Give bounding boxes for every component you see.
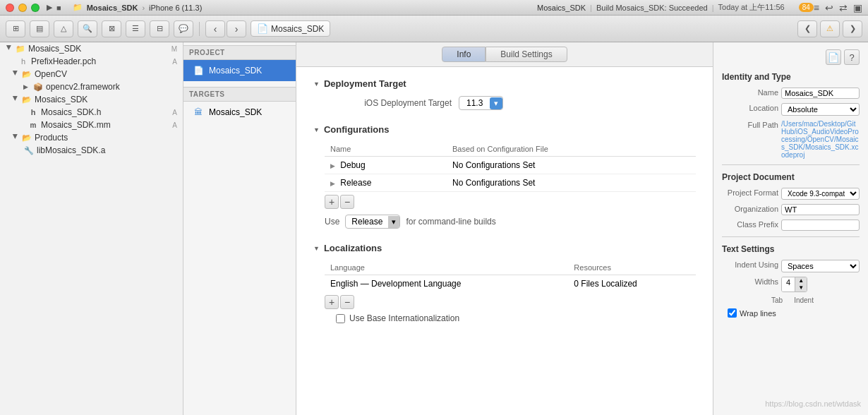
warning-badge[interactable]: 84: [799, 3, 814, 12]
tab-increment-button[interactable]: ▲: [795, 277, 807, 284]
tab-width-value: 4: [782, 277, 795, 291]
tree-item-prefix[interactable]: h PrefixHeader.pch A: [0, 55, 183, 68]
tab-stepper[interactable]: 4 ▲ ▼: [781, 277, 807, 292]
add-loc-button[interactable]: +: [325, 295, 339, 309]
tree-label-opencv: OpenCV: [35, 69, 177, 79]
use-config-dropdown-icon[interactable]: ▾: [388, 216, 399, 228]
search-toolbar-button[interactable]: 🔍: [78, 20, 97, 37]
folder-icon-opencv: 📂: [21, 69, 32, 79]
table-row[interactable]: English — Development Language 0 Files L…: [325, 275, 696, 293]
tree-root-item[interactable]: ▶ 📁 Mosaics_SDK M: [0, 42, 183, 55]
divider-1: [722, 164, 860, 165]
layout-icon[interactable]: ≡: [814, 2, 819, 13]
project-item[interactable]: 📄 Mosaics_SDK: [183, 60, 296, 81]
target-app-icon: 🏛: [192, 106, 205, 119]
table-row[interactable]: ▶ Release No Configurations Set: [325, 174, 696, 192]
panel-icon[interactable]: ▣: [853, 2, 862, 13]
project-section-header: PROJECT: [183, 45, 296, 60]
comment-button[interactable]: 💬: [174, 20, 193, 37]
grid-view-button[interactable]: ⊞: [6, 20, 25, 37]
indent-using-select[interactable]: Spaces: [781, 260, 860, 272]
tree-badge-prefix: A: [172, 58, 177, 66]
project-format-select[interactable]: Xcode 9.3-compatible: [781, 188, 860, 200]
remove-loc-button[interactable]: −: [340, 295, 354, 309]
tab-decrement-button[interactable]: ▼: [795, 284, 807, 291]
tree-item-sdk-folder[interactable]: ▶ 📂 Mosaics_SDK: [0, 93, 183, 106]
configurations-table: Name Based on Configuration File ▶ Debug…: [325, 142, 696, 192]
release-config-value: No Configurations Set: [447, 174, 696, 192]
file-inspector-button[interactable]: 📄: [826, 49, 841, 65]
class-prefix-input[interactable]: [781, 219, 860, 231]
target-item-label: Mosaics_SDK: [209, 107, 262, 117]
settings-content: ▼ Deployment Target iOS Deployment Targe…: [296, 67, 713, 415]
tree-label-lib: libMosaics_SDK.a: [37, 145, 177, 155]
tab-build-settings[interactable]: Build Settings: [486, 47, 567, 62]
right-panel-icons: 📄 ?: [722, 49, 860, 65]
folder-icon-sdk: 📂: [21, 95, 32, 104]
use-config-select[interactable]: Release ▾: [345, 215, 400, 229]
use-for-label: for command-line builds: [406, 217, 495, 227]
back-forward-icon[interactable]: ↩: [825, 2, 833, 13]
nav-left-button[interactable]: ❮: [797, 20, 817, 37]
fullscreen-button[interactable]: [31, 4, 40, 12]
tree-item-products[interactable]: ▶ 📂 Products: [0, 131, 183, 144]
organization-input[interactable]: [781, 204, 860, 215]
target-item[interactable]: 🏛 Mosaics_SDK: [183, 102, 296, 123]
localizations-section: ▼ Localizations Language Resources Engli…: [313, 243, 696, 323]
ios-version-dropdown-icon[interactable]: ▾: [490, 97, 502, 109]
location-select[interactable]: Absolute: [781, 103, 860, 116]
issue-button[interactable]: △: [54, 20, 73, 37]
use-label: Use: [325, 217, 339, 227]
name-column-header: Name: [325, 142, 447, 157]
mm-file-icon: m: [28, 120, 39, 130]
name-input[interactable]: [781, 88, 860, 99]
hierarchy-button[interactable]: ⊟: [150, 20, 169, 37]
name-label: Name: [722, 88, 778, 97]
add-config-button[interactable]: +: [325, 195, 339, 209]
build-status-label: Build Mosaics_SDK: Succeeded: [596, 4, 708, 12]
bookmark-button[interactable]: ⊠: [102, 20, 121, 37]
minimize-button[interactable]: [18, 4, 27, 12]
editor-button[interactable]: ▤: [30, 20, 49, 37]
remove-config-button[interactable]: −: [340, 195, 354, 209]
configurations-arrow-icon: ▼: [313, 126, 320, 133]
wrap-lines-checkbox[interactable]: [728, 308, 737, 318]
tree-item-framework[interactable]: ▶ 📦 opencv2.framework: [0, 80, 183, 93]
h-file-icon-sdk: h: [28, 107, 39, 117]
tree-item-opencv[interactable]: ▶ 📂 OpenCV: [0, 68, 183, 80]
row-arrow-icon: ▶: [330, 162, 335, 169]
tree-label-sdk-mm: Mosaics_SDK.mm: [41, 120, 170, 130]
project-target-panel: PROJECT 📄 Mosaics_SDK TARGETS 🏛 Mosaics_…: [183, 42, 296, 415]
tree-item-sdk-h[interactable]: h Mosaics_SDK.h A: [0, 106, 183, 119]
table-row[interactable]: ▶ Debug No Configurations Set: [325, 157, 696, 174]
nav-right-button[interactable]: ❯: [843, 20, 862, 37]
lib-file-icon: 🔧: [23, 145, 35, 155]
expand-icon[interactable]: ⇄: [839, 2, 848, 13]
list-button[interactable]: ☰: [126, 20, 145, 37]
back-button[interactable]: ‹: [205, 20, 225, 37]
localizations-arrow-icon: ▼: [313, 245, 320, 252]
ios-version-select[interactable]: 11.3 ▾: [459, 96, 503, 110]
right-utility-panel: 📄 ? Identity and Type Name Location Abso…: [713, 42, 868, 415]
ios-deployment-label: iOS Deployment Target: [325, 98, 452, 108]
warning-nav-button[interactable]: ⚠: [820, 20, 840, 37]
localizations-section-title[interactable]: ▼ Localizations: [313, 243, 696, 253]
identity-section-title: Identity and Type: [722, 72, 860, 82]
quick-help-button[interactable]: ?: [844, 49, 860, 65]
based-on-column-header: Based on Configuration File: [447, 142, 696, 157]
tree-label-products: Products: [35, 133, 177, 143]
deployment-section-title[interactable]: ▼ Deployment Target: [313, 78, 696, 89]
tab-info[interactable]: Info: [442, 47, 486, 62]
close-button[interactable]: [6, 4, 14, 12]
tree-item-sdk-mm[interactable]: m Mosaics_SDK.mm A: [0, 119, 183, 131]
deployment-arrow-icon: ▼: [313, 80, 320, 88]
toolbar-icons: ≡ ↩ ⇄ ▣: [814, 2, 862, 13]
base-internationalization-checkbox[interactable]: [336, 314, 345, 323]
configurations-section-title[interactable]: ▼ Configurations: [313, 124, 696, 135]
english-lang-label: English — Development Language: [325, 275, 568, 293]
tree-item-lib[interactable]: 🔧 libMosaics_SDK.a: [0, 144, 183, 157]
indent-using-label: Indent Using: [722, 260, 778, 269]
name-row: Name: [722, 88, 860, 99]
forward-button[interactable]: ›: [227, 20, 246, 37]
english-lang-value: 0 Files Localized: [568, 275, 696, 293]
